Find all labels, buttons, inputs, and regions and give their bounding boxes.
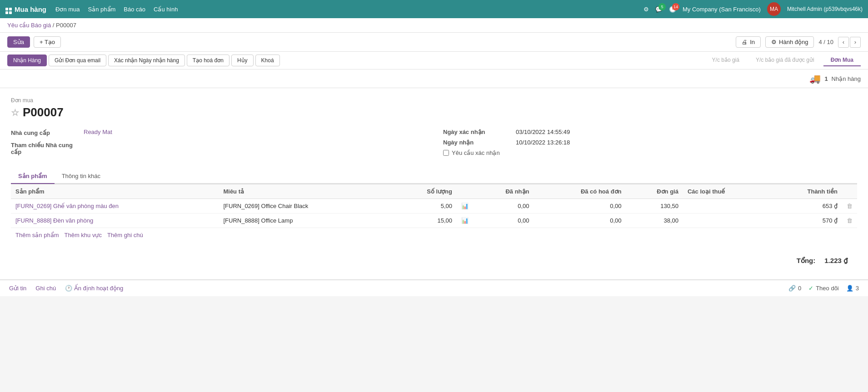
total-label: Tổng: (797, 257, 815, 265)
doc-title: ☆ P00007 (11, 105, 857, 119)
breadcrumb: Yêu cầu Báo giá / P00007 (0, 18, 868, 33)
add-product-link[interactable]: Thêm sản phẩm (15, 232, 59, 238)
cell-received: 0,00 (473, 213, 534, 228)
doc-number: P00007 (23, 105, 64, 119)
col-received: Đã nhận (473, 184, 534, 199)
cell-unit-price: 38,00 (626, 213, 683, 228)
settings-icon[interactable]: ⚙ (644, 6, 649, 13)
app-name: Mua hàng (15, 5, 46, 13)
add-section-link[interactable]: Thêm khu vực (64, 232, 101, 238)
topnav-right: ⚙ 💬 5 🕐 14 My Company (San Francisco) MA… (644, 2, 863, 16)
supplier-label: Nhà cung cấp (11, 129, 84, 136)
create-invoice-button[interactable]: Tạo hoá đơn (187, 55, 229, 66)
cell-product[interactable]: [FURN_0269] Ghế văn phòng màu đen (11, 199, 219, 213)
username: Mitchell Admin (p539vbqvs46k) (787, 6, 863, 12)
toolbar-right: 🖨 In ⚙ Hành động 4 / 10 ‹ › (736, 36, 861, 48)
chart-icon[interactable]: 📊 (457, 199, 473, 213)
col-description: Miêu tả (219, 184, 393, 199)
delivery-bar: 🚚 1 Nhận hàng (0, 69, 868, 88)
menu-products[interactable]: Sản phẩm (88, 6, 116, 13)
tab-other-info[interactable]: Thông tin khác (55, 169, 108, 184)
menu-config[interactable]: Cấu hình (154, 6, 178, 13)
link-icon: 🔗 (788, 285, 796, 292)
total-value: 1.223 ₫ (824, 257, 848, 265)
step-order[interactable]: Đơn Mua (823, 55, 861, 66)
step-request[interactable]: Y/c bảo giá (705, 55, 747, 66)
tabs: Sản phẩm Thông tin khác (11, 169, 857, 184)
delivery-truck-icon: 🚚 (809, 73, 821, 84)
chat-icon[interactable]: 💬 5 (655, 6, 663, 13)
breadcrumb-parent[interactable]: Yêu cầu Báo giá (7, 22, 51, 29)
menu-reports[interactable]: Báo cáo (124, 6, 145, 13)
schedule-link[interactable]: 🕐 Ấn định hoạt động (65, 285, 123, 292)
col-invoiced: Đã có hoá đơn (534, 184, 626, 199)
lock-button[interactable]: Khoá (255, 55, 280, 66)
table-row: [FURN_8888] Đèn văn phòng [FURN_8888] Of… (11, 213, 857, 228)
col-actions (842, 184, 857, 199)
gear-icon: ⚙ (771, 39, 777, 45)
cell-unit-price: 130,50 (626, 199, 683, 213)
confirm-checkbox-row: Yêu cầu xác nhận (443, 149, 857, 156)
col-unit-price: Đơn giá (626, 184, 683, 199)
ref-label: Tham chiếu Nhà cungcấp (11, 141, 84, 155)
cell-qty: 5,00 (393, 199, 457, 213)
cell-desc: [FURN_0269] Office Chair Black (219, 199, 393, 213)
main-content: Đơn mua ☆ P00007 Nhà cung cấp Ready Mat … (0, 88, 868, 280)
person-icon: 👤 (846, 285, 853, 292)
cancel-button[interactable]: Hủy (231, 55, 254, 66)
col-tax: Các loại thuế (683, 184, 769, 199)
favorite-icon[interactable]: ☆ (11, 107, 19, 118)
nav-arrows: ‹ › (838, 37, 861, 48)
table-row: [FURN_0269] Ghế văn phòng màu đen [FURN_… (11, 199, 857, 213)
delete-icon[interactable]: 🗑 (842, 199, 857, 213)
col-chart (457, 184, 473, 199)
check-icon: ✓ (808, 285, 813, 292)
clock-icon: 🕐 (65, 285, 72, 292)
notif-icon[interactable]: 🕐 14 (669, 6, 676, 13)
step-sent[interactable]: Y/c bảo giá đã được gửi (748, 55, 822, 66)
col-qty: Số lượng (393, 184, 457, 199)
breadcrumb-current: P00007 (56, 22, 76, 29)
col-product: Sản phẩm (11, 184, 219, 199)
confirm-checkbox-label[interactable]: Yêu cầu xác nhận (452, 149, 500, 156)
prev-arrow[interactable]: ‹ (838, 37, 849, 48)
add-note-link[interactable]: Thêm ghi chú (107, 232, 143, 238)
app-logo[interactable]: Mua hàng (5, 4, 46, 14)
receive-button[interactable]: Nhận Hàng (7, 55, 47, 66)
footer: Gửi tin Ghi chú 🕐 Ấn định hoạt động 🔗 0 … (0, 280, 868, 296)
delivery-badge[interactable]: 🚚 1 Nhận hàng (809, 73, 861, 84)
edit-button[interactable]: Sửa (7, 36, 30, 48)
confirm-date-button[interactable]: Xác nhận Ngày nhận hàng (108, 55, 185, 66)
cell-invoiced: 0,00 (534, 199, 626, 213)
cell-desc: [FURN_8888] Office Lamp (219, 213, 393, 228)
delete-icon[interactable]: 🗑 (842, 213, 857, 228)
send-email-button[interactable]: Gửi Đơn qua email (49, 55, 106, 66)
confirm-date-label: Ngày xác nhận (443, 129, 516, 135)
next-arrow[interactable]: › (850, 37, 861, 48)
create-button[interactable]: + Tạo (34, 36, 61, 48)
form-right: Ngày xác nhận 03/10/2022 14:55:49 Ngày n… (443, 129, 857, 160)
ref-field: Tham chiếu Nhà cungcấp (11, 141, 425, 155)
follow-badge[interactable]: ✓ Theo dõi (808, 285, 839, 292)
action-button[interactable]: ⚙ Hành động (765, 36, 814, 48)
company-name: My Company (San Francisco) (683, 6, 761, 13)
chart-icon[interactable]: 📊 (457, 213, 473, 228)
menu-orders[interactable]: Đơn mua (55, 6, 80, 13)
supplier-value[interactable]: Ready Mat (84, 129, 112, 135)
note-link[interactable]: Ghi chú (35, 285, 56, 292)
avatar[interactable]: MA (767, 2, 781, 16)
confirm-checkbox[interactable] (443, 150, 449, 156)
print-button[interactable]: 🖨 In (736, 36, 761, 48)
chat-badge: 5 (658, 3, 666, 10)
cell-product[interactable]: [FURN_8888] Đèn văn phòng (11, 213, 219, 228)
form-fields: Nhà cung cấp Ready Mat Tham chiếu Nhà cu… (11, 129, 857, 160)
tab-products[interactable]: Sản phẩm (11, 169, 55, 184)
follow-count: 3 (856, 285, 859, 292)
cell-total: 653 ₫ (769, 199, 842, 213)
receive-date-field: Ngày nhận 10/10/2022 13:26:18 (443, 139, 857, 146)
receive-date-label: Ngày nhận (443, 139, 516, 146)
confirm-date-field: Ngày xác nhận 03/10/2022 14:55:49 (443, 129, 857, 135)
supplier-field: Nhà cung cấp Ready Mat (11, 129, 425, 136)
confirm-date-value: 03/10/2022 14:55:49 (516, 129, 570, 135)
send-message-link[interactable]: Gửi tin (9, 285, 26, 292)
